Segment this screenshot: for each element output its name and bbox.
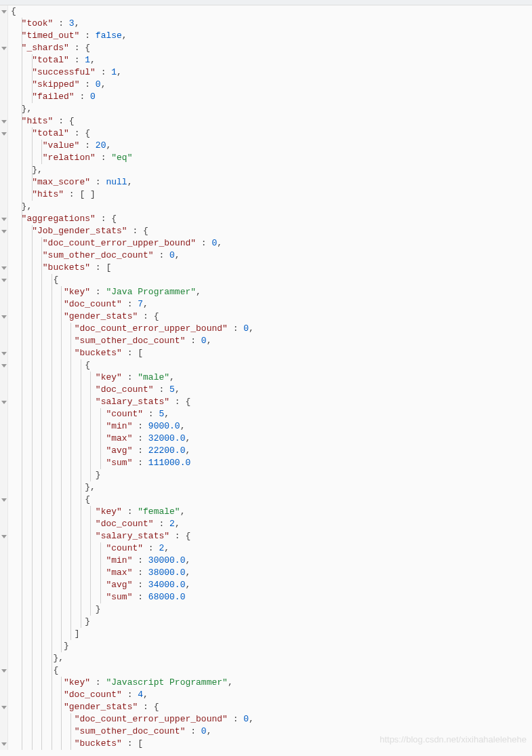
code-editor[interactable]: { "took" : 3, "timed_out" : false, "_sha…	[0, 5, 532, 750]
gutter-row	[0, 30, 7, 42]
fold-toggle[interactable]	[0, 701, 7, 713]
code-line[interactable]: "doc_count_error_upper_bound" : 0,	[11, 237, 254, 250]
code-line[interactable]: "total" : 1,	[11, 54, 254, 66]
code-line[interactable]: "doc_count_error_upper_bound" : 0,	[11, 713, 254, 725]
indent-guide	[22, 445, 22, 457]
code-line[interactable]: "count" : 5,	[11, 408, 254, 420]
fold-toggle[interactable]	[0, 274, 7, 286]
code-line[interactable]: {	[11, 494, 254, 506]
code-line[interactable]: "hits" : [ ]	[11, 188, 254, 201]
code-line[interactable]: "count" : 2,	[11, 542, 254, 555]
code-line[interactable]: },	[11, 652, 254, 664]
fold-gutter[interactable]	[0, 5, 8, 750]
code-line[interactable]: },	[11, 481, 254, 494]
indent-guide	[32, 176, 33, 188]
code-line[interactable]: }	[11, 603, 254, 616]
code-line[interactable]: "max" : 38000.0,	[11, 567, 254, 579]
code-line[interactable]: "key" : "male",	[11, 372, 254, 384]
code-line[interactable]: "_shards" : {	[11, 42, 254, 54]
token-n: 4	[138, 690, 143, 700]
code-line[interactable]: "failed" : 0	[11, 91, 254, 103]
code-line[interactable]: }	[11, 616, 254, 628]
token-k: "Job_gender_stats"	[32, 226, 127, 236]
code-line[interactable]: }	[11, 469, 254, 481]
fold-toggle[interactable]	[0, 5, 7, 18]
line-text: }	[11, 616, 90, 626]
code-line[interactable]: "gender_stats" : {	[11, 701, 254, 713]
code-line[interactable]: "max_score" : null,	[11, 176, 254, 188]
code-line[interactable]: "salary_stats" : {	[11, 396, 254, 408]
fold-toggle[interactable]	[0, 213, 7, 225]
code-line[interactable]: "salary_stats" : {	[11, 530, 254, 542]
fold-toggle[interactable]	[0, 42, 7, 54]
indent-guide	[70, 542, 71, 555]
gutter-row	[0, 457, 7, 469]
code-line[interactable]: "key" : "Javascript Programmer",	[11, 677, 254, 689]
fold-toggle[interactable]	[0, 738, 7, 750]
fold-toggle[interactable]	[0, 347, 7, 359]
code-line[interactable]: ]	[11, 628, 254, 640]
fold-toggle[interactable]	[0, 664, 7, 677]
code-line[interactable]: },	[11, 201, 254, 213]
code-line[interactable]: "min" : 30000.0,	[11, 555, 254, 567]
fold-toggle[interactable]	[0, 115, 7, 127]
code-line[interactable]: "total" : {	[11, 127, 254, 140]
code-line[interactable]: "timed_out" : false,	[11, 30, 254, 42]
code-line[interactable]: {	[11, 664, 254, 677]
code-line[interactable]: {	[11, 359, 254, 372]
code-line[interactable]: "sum_other_doc_count" : 0,	[11, 250, 254, 262]
code-line[interactable]: "buckets" : [	[11, 347, 254, 359]
token-p: :	[96, 67, 111, 77]
token-n: 2	[169, 519, 175, 529]
code-line[interactable]: "buckets" : [	[11, 738, 254, 750]
fold-toggle[interactable]	[0, 225, 7, 237]
code-line[interactable]: "max" : 32000.0,	[11, 433, 254, 445]
code-line[interactable]: },	[11, 164, 254, 176]
code-line[interactable]: "key" : "female",	[11, 506, 254, 518]
indent-guide	[90, 555, 91, 567]
code-line[interactable]: "doc_count" : 7,	[11, 298, 254, 311]
indent-guide	[52, 274, 52, 286]
fold-toggle[interactable]	[0, 127, 7, 140]
fold-toggle[interactable]	[0, 359, 7, 372]
code-line[interactable]: "successful" : 1,	[11, 66, 254, 79]
code-line[interactable]: "buckets" : [	[11, 262, 254, 274]
fold-toggle[interactable]	[0, 494, 7, 506]
code-line[interactable]: "doc_count_error_upper_bound" : 0,	[11, 323, 254, 335]
token-k: "min"	[106, 421, 132, 431]
code-line[interactable]: "avg" : 22200.0,	[11, 445, 254, 457]
fold-toggle[interactable]	[0, 530, 7, 542]
fold-toggle[interactable]	[0, 262, 7, 274]
code-line[interactable]: {	[11, 274, 254, 286]
code-line[interactable]: "min" : 9000.0,	[11, 420, 254, 433]
code-line[interactable]: "hits" : {	[11, 115, 254, 127]
indent-guide	[90, 408, 91, 420]
token-k: "value"	[43, 140, 80, 151]
code-line[interactable]: }	[11, 640, 254, 652]
code-line[interactable]: "doc_count" : 5,	[11, 384, 254, 396]
token-p: :	[122, 299, 138, 309]
code-line[interactable]: "skipped" : 0,	[11, 79, 254, 91]
code-line[interactable]: },	[11, 103, 254, 115]
fold-toggle[interactable]	[0, 396, 7, 408]
code-line[interactable]: "sum" : 68000.0	[11, 591, 254, 603]
indent-guide	[41, 359, 42, 372]
line-text: {	[11, 360, 90, 370]
code-line[interactable]: "value" : 20,	[11, 140, 254, 152]
code-line[interactable]: "gender_stats" : {	[11, 311, 254, 323]
code-line[interactable]: "doc_count" : 2,	[11, 518, 254, 530]
indent-guide	[41, 677, 42, 689]
code-line[interactable]: "doc_count" : 4,	[11, 689, 254, 701]
code-line[interactable]: "relation" : "eq"	[11, 152, 254, 164]
code-line[interactable]: "avg" : 34000.0,	[11, 579, 254, 591]
code-line[interactable]: "key" : "Java Programmer",	[11, 286, 254, 298]
code-line[interactable]: "Job_gender_stats" : {	[11, 225, 254, 237]
code-line[interactable]: "sum_other_doc_count" : 0,	[11, 335, 254, 347]
code-line[interactable]: {	[11, 5, 254, 18]
code-line[interactable]: "aggregations" : {	[11, 213, 254, 225]
code-line[interactable]: "took" : 3,	[11, 18, 254, 30]
code-line[interactable]: "sum_other_doc_count" : 0,	[11, 725, 254, 738]
code-content[interactable]: { "took" : 3, "timed_out" : false, "_sha…	[8, 5, 254, 750]
fold-toggle[interactable]	[0, 311, 7, 323]
code-line[interactable]: "sum" : 111000.0	[11, 457, 254, 469]
